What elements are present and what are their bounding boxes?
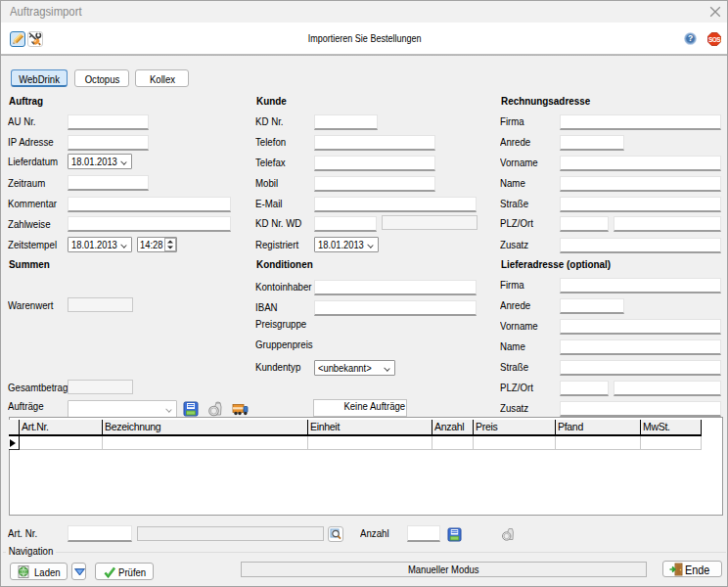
svg-text:?: ?	[688, 33, 693, 43]
svg-text:SOS: SOS	[708, 36, 721, 43]
